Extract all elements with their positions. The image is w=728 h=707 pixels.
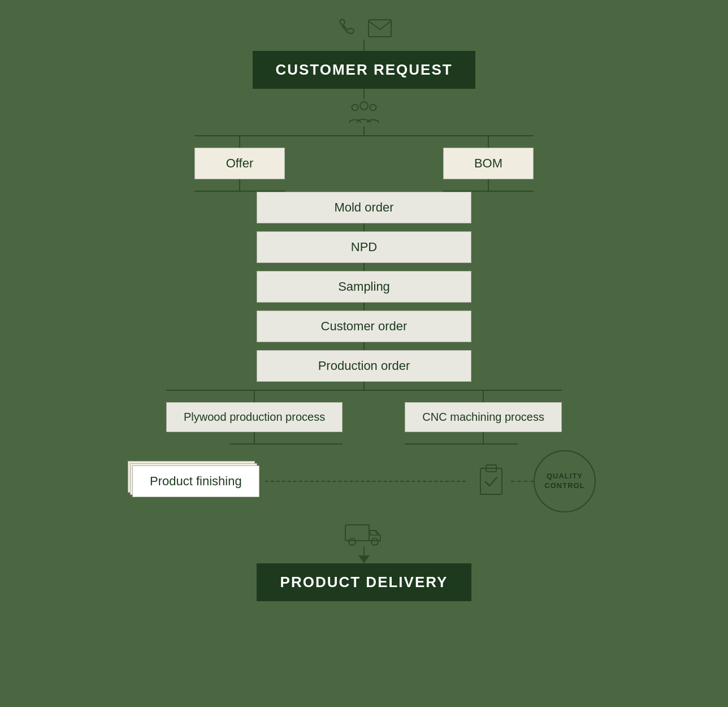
- plywood-cnc-section: Plywood production process CNC machining…: [166, 390, 562, 445]
- people-icon-area: [347, 99, 381, 126]
- npd-box: NPD: [257, 231, 471, 263]
- mold-order-box: Mold order: [257, 192, 471, 223]
- bom-col: BOM: [443, 136, 534, 192]
- cnc-box: CNC machining process: [405, 402, 562, 432]
- bom-box: BOM: [443, 148, 534, 179]
- quality-control-label: QUALITYCONTROL: [544, 472, 584, 490]
- arrow-down: [358, 546, 370, 563]
- offer-box: Offer: [194, 148, 285, 179]
- dotted-line-left: [265, 481, 466, 482]
- svg-point-2: [352, 105, 358, 111]
- customer-request-box: CUSTOMER REQUEST: [253, 51, 475, 89]
- connector-line: [363, 40, 365, 51]
- contact-icons: [336, 17, 392, 40]
- phone-icon: [336, 17, 358, 40]
- offer-bom-section: Offer BOM: [194, 135, 534, 192]
- plywood-box: Plywood production process: [166, 402, 343, 432]
- clipboard-icon: [477, 464, 505, 497]
- connector-line: [363, 342, 365, 350]
- main-process-column: Mold order NPD Sampling Customer order P…: [257, 192, 471, 390]
- people-icon: [347, 99, 381, 124]
- bottom-section: Product finishing QUALITYCONTROL: [132, 445, 596, 601]
- quality-control-circle: QUALITYCONTROL: [534, 450, 596, 512]
- svg-point-7: [349, 538, 356, 545]
- dotted-line-right: [511, 481, 534, 482]
- connector-line: [363, 263, 365, 271]
- clipboard-icon-area: [477, 464, 505, 499]
- finishing-qc-row: Product finishing QUALITYCONTROL: [132, 450, 596, 512]
- product-finishing-stack: Product finishing: [132, 465, 259, 497]
- sampling-box: Sampling: [257, 271, 471, 303]
- production-order-box: Production order: [257, 350, 471, 382]
- offer-col: Offer: [194, 136, 285, 192]
- connector-line: [363, 382, 365, 390]
- connector-line: [363, 89, 365, 99]
- mail-icon: [367, 19, 392, 38]
- svg-point-1: [360, 102, 368, 110]
- svg-point-8: [371, 538, 378, 545]
- product-delivery-box: PRODUCT DELIVERY: [257, 563, 471, 601]
- svg-rect-6: [345, 525, 369, 541]
- product-finishing-box: Product finishing: [132, 465, 259, 497]
- customer-order-box: Customer order: [257, 311, 471, 342]
- flowchart: CUSTOMER REQUEST Offer: [110, 17, 618, 601]
- plywood-col: Plywood production process: [166, 391, 343, 445]
- delivery-col: PRODUCT DELIVERY: [132, 518, 596, 601]
- connector-line: [363, 303, 365, 311]
- connector-line: [363, 126, 365, 135]
- svg-rect-0: [369, 20, 391, 37]
- cnc-col: CNC machining process: [405, 391, 562, 445]
- product-finishing-area: Product finishing: [132, 465, 259, 497]
- truck-icon: [344, 518, 384, 546]
- connector-line: [363, 223, 365, 231]
- svg-point-3: [370, 105, 376, 111]
